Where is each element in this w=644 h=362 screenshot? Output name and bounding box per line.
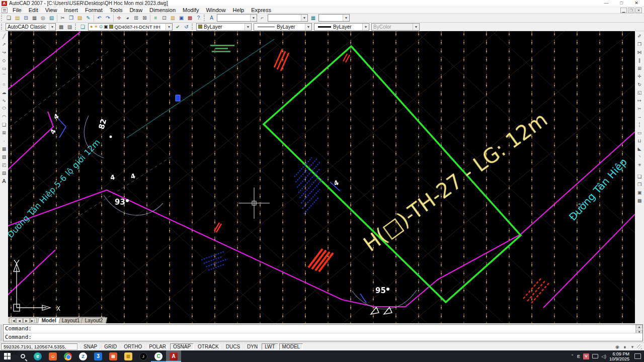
redo-icon[interactable]: ↷ [104,14,112,22]
linetype-combo[interactable]: ByLayer▼ [254,23,312,31]
properties-icon[interactable]: ≡ [151,14,160,22]
mirror-icon[interactable]: ⋈ [636,48,643,56]
bring-to-front-icon[interactable]: ❑ [636,172,643,180]
menu-tools[interactable]: Tools [106,7,126,14]
menu-view[interactable]: View [42,7,61,14]
taskbar-books[interactable]: ▤ [106,350,121,362]
explode-icon[interactable]: ✳ [636,161,643,168]
zoom-window-icon[interactable]: ⊞ [132,14,140,22]
workspace-combo[interactable]: AutoCAD Classic▼ [6,23,56,31]
polygon-icon[interactable]: ◇ [1,56,8,64]
arc-icon[interactable]: ⌒ [1,72,8,80]
spline-icon[interactable]: ∿ [1,97,8,104]
workspace-save-icon[interactable]: ▨ [65,23,74,31]
toggle-polar[interactable]: POLAR [146,343,169,350]
layer-previous-icon[interactable]: ↺ [182,23,191,31]
table-style-icon[interactable]: ▦ [309,14,317,22]
revision-cloud-icon[interactable]: ☁ [1,88,8,96]
menu-help[interactable]: Help [229,7,248,14]
offset-icon[interactable]: ∥ [636,56,643,64]
send-to-back-icon[interactable]: ❒ [636,180,643,188]
taskbar-tiktok[interactable]: ♪ [136,350,151,362]
tray-speaker-icon[interactable]: ◁) [601,354,606,359]
cut-icon[interactable]: ✂ [58,14,67,22]
fillet-icon[interactable]: ◝ [636,153,643,160]
point-icon[interactable]: ∙ [1,137,8,144]
blue-block-marker[interactable] [176,95,180,101]
text-style-icon[interactable]: A [207,14,216,22]
toggle-osnap[interactable]: OSNAP [170,343,194,350]
communication-center-icon[interactable]: ◉ [614,344,620,350]
trim-icon[interactable]: ✂ [636,105,643,112]
extend-icon[interactable]: → [636,113,643,120]
menu-format[interactable]: Format [82,7,106,14]
menu-insert[interactable]: Insert [60,7,82,14]
hatch-icon[interactable]: ▦ [1,145,8,152]
menu-edit[interactable]: Edit [25,7,42,14]
new-icon[interactable]: ❏ [5,14,13,22]
region-icon[interactable]: ◰ [1,161,8,168]
insert-block-icon[interactable]: ❑ [1,121,8,128]
ellipse-icon[interactable]: ⬭ [1,105,8,112]
start-button[interactable] [0,350,15,362]
parcel-label[interactable]: H(□)-TH-27 - LG: 12m [359,108,551,256]
tab-next-icon[interactable]: ▶ [23,318,30,323]
child-minimize-button[interactable]: ▁ [620,8,627,13]
copy-icon[interactable]: ❐ [67,14,75,22]
menu-dimension[interactable]: Dimension [146,7,179,14]
open-icon[interactable]: ▤ [13,14,22,22]
rectangle-icon[interactable]: ▭ [1,64,8,72]
taskbar-photos[interactable]: ☺ [45,350,60,362]
stretch-icon[interactable]: ↦ [636,97,643,104]
child-restore-button[interactable]: ❐ [628,8,634,13]
tray-e-icon[interactable]: E [577,354,580,359]
tray-v-icon[interactable]: V [583,353,589,359]
chamfer-icon[interactable]: ◣ [636,145,643,152]
paste-icon[interactable]: ▨ [75,14,84,22]
zoom-previous-icon[interactable]: ⊠ [140,14,149,22]
toggle-grid[interactable]: GRID [101,343,120,350]
toolbar-lock-icon[interactable]: ∎ [622,344,628,350]
toggle-ducs[interactable]: DUCS [223,343,243,350]
break-icon[interactable]: ▭ [636,129,643,136]
menu-draw[interactable]: Draw [126,7,146,14]
toggle-model[interactable]: MODEL [279,343,303,350]
resize-grip[interactable] [637,344,642,349]
move-icon[interactable]: ✛ [636,72,643,80]
text-style-combo[interactable]: ▼ [217,14,257,22]
tab-layout2[interactable]: Layout2 [81,317,107,323]
bring-above-icon[interactable]: ▣ [636,189,643,196]
save-icon[interactable]: ⊟ [22,14,30,22]
gradient-icon[interactable]: ▨ [1,153,8,160]
close-button[interactable]: ✕ [629,0,644,7]
join-icon[interactable]: ⊔ [636,137,643,144]
taskbar-app3[interactable]: 3 [91,350,106,362]
command-input[interactable]: Command: [4,333,642,341]
tab-prev-icon[interactable]: ◀ [16,318,23,323]
markup-icon[interactable]: ▩ [186,14,194,22]
drawing-canvas[interactable]: H(□)-TH-27 - LG: 12m Đường Tân Hiệp 5-6 … [8,31,635,323]
taskbar-coccoc[interactable]: C [151,350,166,362]
taskbar-clock[interactable]: 6:09 PM 10/9/2025 [609,351,629,361]
send-under-icon[interactable]: ▩ [636,197,643,204]
taskbar-search-button[interactable] [15,350,30,362]
layer-properties-icon[interactable]: ❏ [78,23,87,31]
menu-file[interactable]: File [9,7,25,14]
color-combo[interactable]: ByLayer▼ [196,23,252,31]
multiline-text-icon[interactable]: A [1,177,8,185]
taskbar-chrome[interactable] [60,350,75,362]
toggle-lwt[interactable]: LWT [262,343,278,350]
workspace-settings-icon[interactable]: ▩ [57,23,65,31]
sheet-set-icon[interactable]: ▣ [177,14,186,22]
menu-window[interactable]: Window [202,7,229,14]
tab-layout1[interactable]: Layout1 [58,317,84,323]
road-right-label[interactable]: Đường Tân Hiệp [567,156,629,223]
road-left-label[interactable]: Đường Tân Hiệp 5-6 lộ giới 12m [8,137,102,239]
menu-modify[interactable]: Modify [179,7,202,14]
tab-model[interactable]: Model [38,317,60,323]
command-scrollbar[interactable]: ▲▼ [635,325,642,333]
match-properties-icon[interactable]: ✎ [84,14,93,22]
copy-object-icon[interactable]: ❐ [636,40,643,48]
toggle-ortho[interactable]: ORTHO [121,343,145,350]
scale-icon[interactable]: ◱ [636,88,643,96]
